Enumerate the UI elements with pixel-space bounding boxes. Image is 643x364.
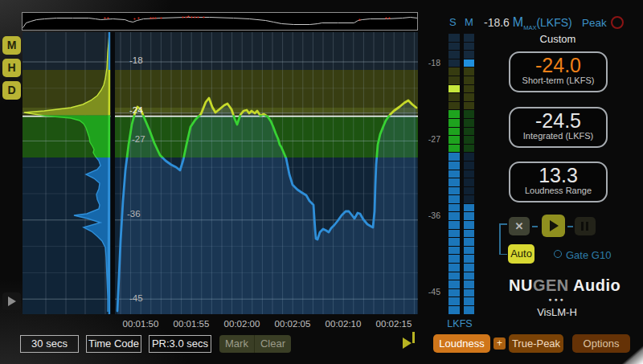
peak-label: Peak: [582, 17, 607, 29]
meter-segment: [464, 145, 474, 153]
svg-text:-36: -36: [127, 209, 141, 219]
meter-segment: [464, 289, 474, 297]
auto-link-line: [499, 254, 507, 256]
loudness-tab-button[interactable]: Loudness: [433, 334, 490, 353]
meter-segment: [448, 34, 460, 42]
meter-segment: [464, 59, 474, 67]
m-meter-label: M: [465, 16, 473, 28]
svg-text:-24: -24: [129, 105, 143, 115]
meter-segment: [448, 102, 460, 110]
audio-overview-strip[interactable]: [22, 12, 418, 31]
loudness-range-readout[interactable]: 13.3 Loudness Range: [509, 162, 608, 202]
svg-text:-18: -18: [129, 55, 143, 65]
mmax-readout[interactable]: -18.6 MMAX(LKFS): [484, 15, 572, 31]
meter-segment: [464, 85, 474, 93]
skip-end-icon: [412, 332, 415, 343]
meter-scale-label: -36: [423, 211, 440, 220]
time-tick-label: 00:02:15: [376, 319, 412, 329]
integrated-caption: Integrated (LKFS): [510, 131, 606, 141]
gate-radio[interactable]: [554, 250, 562, 258]
short-term-meter: [448, 34, 460, 315]
true-peak-tab-button[interactable]: True-Peak: [509, 334, 563, 353]
practical-range-selector[interactable]: PR:3.0 secs: [149, 335, 211, 353]
momentary-meter: [464, 34, 474, 315]
time-tick-label: 00:02:00: [224, 319, 260, 329]
meter-segment: [448, 212, 460, 220]
meter-segment: [448, 162, 460, 170]
meter-scale-label: -18: [423, 58, 440, 67]
meter-segment: [464, 255, 474, 263]
mark-button[interactable]: Mark: [219, 335, 254, 353]
meter-segment: [464, 272, 474, 280]
pause-button[interactable]: [575, 217, 596, 235]
loudness-range-value: 13.3: [510, 163, 606, 187]
meter-segment: [464, 221, 474, 229]
meter-segment: [464, 51, 474, 59]
time-window-selector[interactable]: 30 secs: [20, 335, 79, 353]
auto-link-line: [499, 223, 507, 225]
peak-indicator-lamp[interactable]: [611, 16, 624, 29]
meter-segment: [448, 51, 460, 59]
meter-segment: [448, 272, 460, 280]
pause-icon: [586, 222, 588, 231]
connector-dash: [567, 226, 573, 227]
meter-segment: [464, 280, 474, 288]
meter-segment: [464, 297, 474, 305]
time-tick-label: 00:02:10: [326, 319, 362, 329]
meter-segment: [448, 85, 460, 93]
meter-segment: [448, 289, 460, 297]
clear-button[interactable]: Clear: [254, 335, 291, 353]
add-view-button[interactable]: +: [494, 337, 506, 350]
svg-text:-45: -45: [129, 293, 143, 303]
preset-name[interactable]: Custom: [510, 33, 606, 45]
meter-segment: [464, 187, 474, 195]
meter-segment: [464, 212, 474, 220]
collapse-panel-button[interactable]: [2, 292, 21, 310]
short-term-readout[interactable]: -24.0 Short-term (LKFS): [509, 51, 608, 92]
reset-button[interactable]: ✕: [509, 217, 530, 235]
mmax-prefix: M: [513, 15, 523, 29]
logo-nu: NU: [509, 276, 533, 294]
s-meter-label: S: [449, 16, 457, 28]
integrated-readout[interactable]: -24.5 Integrated (LKFS): [509, 107, 608, 148]
logo-dots-icon: ●●●: [509, 297, 605, 302]
meter-segment: [448, 221, 460, 229]
meter-segment: [448, 93, 460, 101]
meter-segment: [464, 43, 474, 51]
auto-button[interactable]: Auto: [508, 244, 534, 264]
meter-segment: [448, 76, 460, 84]
meter-unit-label: LKFS: [442, 318, 477, 329]
window-resize-grip[interactable]: [620, 345, 643, 364]
mmax-value: -18.6: [484, 16, 510, 29]
meter-segment: [448, 170, 460, 178]
meter-segment: [448, 204, 460, 212]
nugen-audio-logo: NUGEN Audio: [509, 276, 605, 295]
play-button[interactable]: [542, 215, 565, 237]
meter-segment: [448, 238, 460, 246]
distribution-mode-button[interactable]: D: [2, 81, 21, 100]
meter-segment: [464, 76, 474, 84]
meter-segment: [464, 102, 474, 110]
meter-segment: [448, 119, 460, 127]
meter-segment: [464, 119, 474, 127]
loudness-range-caption: Loudness Range: [510, 186, 606, 195]
meter-segment: [464, 162, 474, 170]
meter-segment: [448, 128, 460, 136]
play-icon: [550, 220, 559, 231]
mmax-unit: (LKFS): [536, 16, 571, 29]
gate-label: Gate G10: [566, 249, 611, 261]
meter-segment: [448, 67, 460, 76]
meter-segment: [464, 153, 474, 161]
history-mode-button[interactable]: H: [2, 59, 21, 77]
meter-segment: [464, 230, 474, 238]
meter-segment: [448, 145, 460, 153]
meter-segment: [464, 204, 474, 212]
meter-segment: [464, 128, 474, 136]
timecode-mode-selector[interactable]: Time Code: [86, 335, 141, 353]
momentary-mode-button[interactable]: M: [2, 36, 21, 55]
meter-scale-label: -27: [423, 134, 440, 144]
meter-segment: [464, 264, 474, 272]
meter-segment: [464, 306, 474, 314]
waveform-envelope: [23, 13, 417, 30]
meter-segment: [464, 34, 474, 42]
